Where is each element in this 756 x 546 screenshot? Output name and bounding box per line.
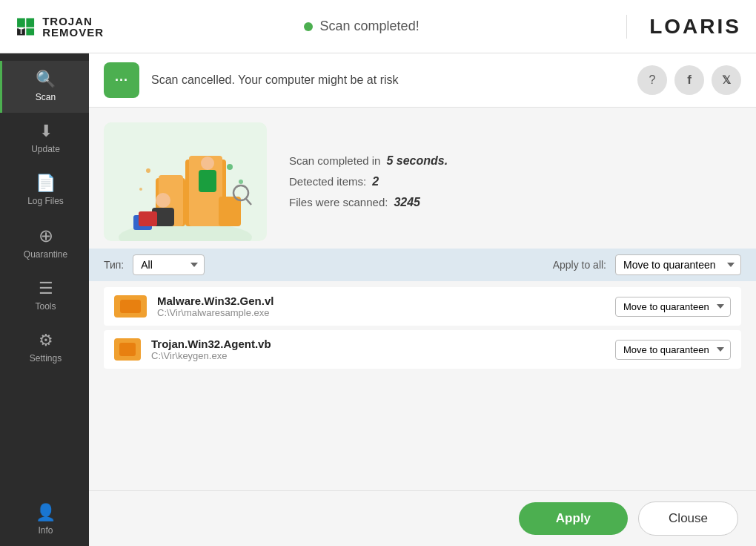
threat-name-2: Trojan.Win32.Agent.vb [151,338,605,350]
settings-icon: ⚙ [39,332,53,349]
svg-rect-16 [199,170,216,192]
svg-marker-2 [26,18,34,27]
threat-action-1: Move to quaranteen Delete Ignore Skip [615,297,731,317]
threat-info-1: Malware.Win32.Gen.vl C:\Vir\malwaresampl… [157,295,605,318]
info-user-icon: 👤 [36,504,56,521]
svg-point-15 [201,157,214,170]
scan-illustration [104,122,267,241]
apply-button[interactable]: Apply [519,502,628,535]
threat-path-1: C:\Vir\malwaresample.exe [157,307,605,318]
sidebar-item-quarantine[interactable]: ⊕ Quarantine [0,217,89,270]
close-button[interactable]: Clouse [638,501,738,536]
apply-all-label: Apply to all: [553,259,606,271]
svg-rect-12 [219,197,241,226]
tools-icon: ☰ [39,280,53,297]
sidebar-label-settings: Settings [30,353,62,364]
update-icon: ⬇ [39,123,53,139]
stat-row-detected: Detected items: 2 [289,175,741,188]
threat-action-2: Move to quaranteen Delete Ignore Skip [615,340,731,360]
filter-bar: Тип: All Malware Trojan Spyware Apply to… [89,249,756,281]
sidebar-label-scan: Scan [36,92,56,102]
svg-rect-18 [139,211,157,226]
detected-value: 2 [372,175,379,188]
detected-label: Detected items: [289,175,366,188]
svg-text:T: T [19,26,24,35]
threat-list: Malware.Win32.Gen.vl C:\Vir\malwaresampl… [89,281,756,490]
header: T TROJAN REMOVER Scan completed! LOARIS [0,0,756,53]
sidebar-item-scan[interactable]: 🔍 Scan [0,61,89,113]
threat-path-2: C:\Vir\keygen.exe [151,350,605,361]
threat-action-select-1[interactable]: Move to quaranteen Delete Ignore Skip [615,297,731,317]
malware-icon-inner [120,300,141,313]
brand-logo: LOARIS [626,15,741,39]
facebook-icon: f [687,73,692,88]
scanned-value: 3245 [394,196,420,209]
threat-action-select-2[interactable]: Move to quaranteen Delete Ignore Skip [615,340,731,360]
scan-icon: 🔍 [36,71,56,88]
type-label: Тип: [104,259,124,271]
sidebar-item-info[interactable]: 👤 Info [0,494,89,546]
header-center: Scan completed! [104,19,619,34]
help-button[interactable]: ? [637,65,667,95]
twitter-icon: 𝕏 [722,73,731,87]
message-dots-icon: ··· [115,73,128,88]
svg-point-21 [239,180,243,184]
sidebar-label-log-files: Log Files [27,196,64,206]
top-bar-actions: ? f 𝕏 [637,65,741,95]
sidebar: 🔍 Scan ⬇ Update 📄 Log Files ⊕ Quarantine… [0,53,89,546]
header-status-text: Scan completed! [320,19,420,34]
sidebar-label-info: Info [38,525,53,536]
threat-icon-malware [114,295,147,318]
illustration-svg [104,122,267,241]
logfiles-icon: 📄 [36,175,56,191]
message-icon-box: ··· [104,62,139,98]
help-icon: ? [649,73,656,87]
sidebar-label-quarantine: Quarantine [24,249,67,260]
quarantine-icon: ⊕ [39,227,53,245]
top-bar-message: Scan cancelled. Your computer might be a… [151,73,626,87]
content-area: ··· Scan cancelled. Your computer might … [89,53,756,546]
sidebar-label-tools: Tools [35,301,56,312]
svg-point-20 [227,164,233,170]
sidebar-item-settings[interactable]: ⚙ Settings [0,322,89,374]
sidebar-item-tools[interactable]: ☰ Tools [0,270,89,322]
sidebar-label-update: Update [31,144,60,154]
top-bar: ··· Scan cancelled. Your computer might … [89,53,756,108]
svg-marker-4 [26,28,34,35]
stat-row-scanned: Files were scanned: 3245 [289,196,741,209]
threat-name-1: Malware.Win32.Gen.vl [157,295,605,307]
stat-row-completed: Scan completed in 5 seconds. [289,154,741,168]
sidebar-item-log-files[interactable]: 📄 Log Files [0,165,89,217]
logo-area: T TROJAN REMOVER [15,13,104,41]
svg-point-22 [139,188,142,191]
status-dot [304,22,313,31]
logo-remover: REMOVER [42,27,104,38]
svg-point-13 [156,193,170,208]
apply-all-select[interactable]: Move to quaranteen Delete Ignore Skip [615,254,741,275]
table-row: Malware.Win32.Gen.vl C:\Vir\malwaresampl… [104,287,741,326]
main-layout: 🔍 Scan ⬇ Update 📄 Log Files ⊕ Quarantine… [0,53,756,546]
svg-marker-1 [17,18,25,27]
logo-icon: T [15,13,36,41]
table-row: Trojan.Win32.Agent.vb C:\Vir\keygen.exe … [104,330,741,369]
threat-info-2: Trojan.Win32.Agent.vb C:\Vir\keygen.exe [151,338,605,361]
threat-icon-trojan [114,338,141,361]
type-select[interactable]: All Malware Trojan Spyware [133,254,205,275]
logo-text: TROJAN REMOVER [42,16,104,38]
completed-value: 5 seconds. [386,154,448,168]
sidebar-item-update[interactable]: ⬇ Update [0,113,89,165]
completed-label: Scan completed in [289,154,380,167]
logo-trojan: TROJAN [42,16,104,27]
svg-point-19 [146,168,150,173]
scan-results: Scan completed in 5 seconds. Detected it… [89,108,756,249]
scanned-label: Files were scanned: [289,196,388,208]
trojan-icon-inner [119,343,136,356]
scan-stats: Scan completed in 5 seconds. Detected it… [282,122,741,241]
footer: Apply Clouse [89,490,756,546]
facebook-button[interactable]: f [674,65,704,95]
twitter-button[interactable]: 𝕏 [712,65,741,95]
